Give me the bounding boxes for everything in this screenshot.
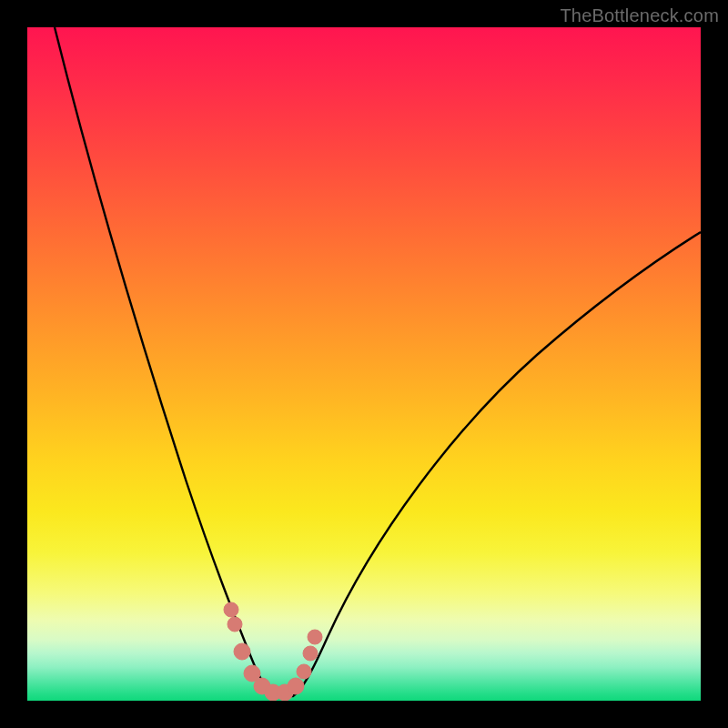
svg-point-10: [308, 630, 322, 644]
outer-frame: TheBottleneck.com: [0, 0, 728, 728]
svg-point-0: [224, 602, 238, 617]
marker-dots: [224, 602, 322, 701]
svg-point-8: [297, 664, 311, 679]
svg-point-9: [303, 646, 318, 661]
plot-area: [27, 27, 701, 701]
svg-point-7: [288, 678, 304, 694]
svg-point-1: [228, 617, 242, 632]
bottleneck-curve: [55, 27, 701, 696]
svg-point-2: [234, 643, 250, 660]
chart-svg: [27, 27, 701, 701]
watermark-text: TheBottleneck.com: [560, 5, 719, 26]
